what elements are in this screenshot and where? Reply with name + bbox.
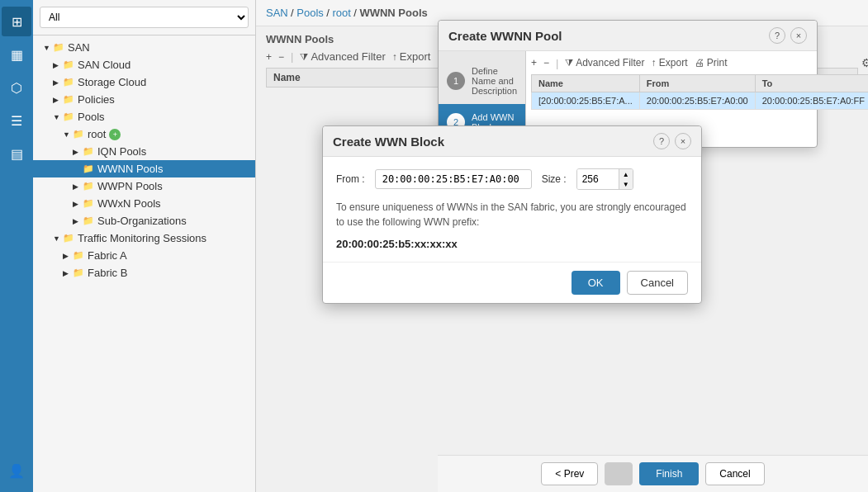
folder-icon: 📁 [73,250,84,261]
folder-icon: 📁 [83,215,94,226]
modal-footer: OK Cancel [323,262,701,303]
modal-wwn-close-button[interactable]: × [675,133,691,149]
wwnn-export-button[interactable]: ↑ Export [652,57,688,69]
tree-item-fabric-a[interactable]: ▶ 📁 Fabric A [33,247,255,264]
size-down-button[interactable]: ▼ [619,179,633,189]
wwnn-filter-button[interactable]: ⧩ Advanced Filter [565,57,644,69]
tree-item-policies[interactable]: ▶ 📁 Policies [33,91,255,108]
folder-icon: 📁 [53,42,64,53]
wwnn-toolbar: + − | ⧩ Advanced Filter ↑ Export 🖨 Print… [531,56,868,69]
main-content: SAN / Pools / root / WWNN Pools WWNN Poo… [256,0,868,492]
network-icon[interactable]: ⬡ [2,73,31,102]
filter-select[interactable]: All [40,7,249,28]
tree-item-label: SAN Cloud [78,59,130,71]
wwnn-col-name: Name [532,75,640,92]
folder-icon: 📁 [83,198,94,209]
tree-content: ▼ 📁 SAN ▶ 📁 SAN Cloud ▶ 📁 Storage Cloud … [33,35,255,492]
tree-item-wwpn-pools[interactable]: ▶ 📁 WWPN Pools [33,177,255,195]
prev-button[interactable]: < Prev [541,462,598,485]
folder-icon: 📁 [73,129,84,140]
modal-wwn-block: Create WWN Block ? × From : Size : ▲ ▼ [322,125,702,304]
finish-button[interactable]: Finish [639,462,699,485]
finish-cancel-button[interactable]: Cancel [705,462,764,485]
tree-item-label: Sub-Organizations [97,215,187,227]
ok-button[interactable]: OK [572,271,620,295]
folder-icon: 📁 [73,267,84,278]
tree-item-storage-cloud[interactable]: ▶ 📁 Storage Cloud [33,73,255,91]
tree-item-label: Pools [78,111,105,123]
server-icon[interactable]: ▦ [2,40,31,69]
list-icon[interactable]: ☰ [2,106,31,135]
table-row[interactable]: [20:00:00:25:B5:E7:A... 20:00:00:25:B5:E… [532,92,868,110]
wwn-from-input[interactable] [375,169,532,189]
wwnn-table: Name From To [20:00:00:25:B5:E7:A... 20:… [531,74,868,110]
breadcrumb-root[interactable]: root [332,7,350,19]
tree-item-san[interactable]: ▼ 📁 SAN [33,39,255,56]
arrow-storage-cloud: ▶ [53,78,63,87]
tree-item-label: WWxN Pools [97,197,161,210]
tree-item-wwnn-pools[interactable]: 📁 WWNN Pools [33,160,255,177]
wwn-info-text: To ensure uniqueness of WWNs in the SAN … [336,200,688,229]
wwnn-print-button[interactable]: 🖨 Print [695,57,728,69]
wwn-from-label: From : [336,173,365,185]
wwnn-col-from: From [639,75,755,92]
arrow-traffic: ▼ [53,234,63,243]
tree-item-label: Fabric A [88,249,127,262]
cancel-button[interactable]: Cancel [627,271,688,295]
next-button [605,462,633,485]
tree-item-wwxn-pools[interactable]: ▶ 📁 WWxN Pools [33,195,255,212]
modal-wwn-block-actions: ? × [653,133,691,149]
wwn-size-label: Size : [542,173,567,185]
finish-bar: < Prev Finish Cancel [438,455,868,492]
arrow-iqn: ▶ [73,148,83,156]
folder-icon: 📁 [83,163,94,174]
modal-wwn-block-title: Create WWN Block [333,135,444,149]
wwnn-gear-button[interactable]: ⚙ [861,56,868,69]
tree-item-root[interactable]: ▼ 📁 root + [33,125,255,143]
size-up-button[interactable]: ▲ [619,169,633,179]
arrow-pools: ▼ [53,113,63,121]
tree-item-label: IQN Pools [97,145,146,158]
wwnn-row-to: 20:00:00:25:B5:E7:A0:FF [755,92,868,110]
arrow-san: ▼ [43,44,53,52]
tree-filter: All [33,0,255,35]
wwnn-add-button[interactable]: + [531,57,537,69]
modal-wwnn-header: Create WWNN Pool ? × [439,21,817,51]
breadcrumb-san[interactable]: SAN [266,7,288,19]
arrow-wwxn: ▶ [73,200,83,208]
size-stepper: ▲ ▼ [576,168,633,190]
size-stepper-arrows: ▲ ▼ [619,169,633,189]
wwnn-row-name: [20:00:00:25:B5:E7:A... [532,92,640,110]
wizard-step-1-num: 1 [447,72,465,90]
storage-icon[interactable]: ▤ [2,139,31,168]
tree-item-label: Storage Cloud [78,76,146,88]
folder-icon: 📁 [63,233,74,244]
add-button[interactable]: + [266,51,272,63]
wwnn-remove-button[interactable]: − [543,57,549,69]
tree-item-label: root [88,128,106,140]
tree-item-traffic[interactable]: ▼ 📁 Traffic Monitoring Sessions [33,229,255,247]
sidebar-icons: ⊞ ▦ ⬡ ☰ ▤ 👤 [0,0,33,492]
tree-item-fabric-b[interactable]: ▶ 📁 Fabric B [33,264,255,281]
tree-panel: All ▼ 📁 SAN ▶ 📁 SAN Cloud ▶ 📁 Storage Cl… [33,0,256,492]
wizard-step-1[interactable]: 1 Define Name and Description [439,58,525,104]
remove-button[interactable]: − [278,51,284,63]
grid-icon[interactable]: ⊞ [2,7,31,36]
tree-item-san-cloud[interactable]: ▶ 📁 SAN Cloud [33,56,255,73]
wwnn-row-from: 20:00:00:25:B5:E7:A0:00 [639,92,755,110]
modal-wwn-block-header: Create WWN Block ? × [323,126,701,157]
modal-wwnn-close-button[interactable]: × [790,27,807,44]
tree-item-pools[interactable]: ▼ 📁 Pools [33,108,255,125]
size-input[interactable] [577,169,619,189]
people-icon[interactable]: 👤 [2,456,31,485]
wwn-from-row: From : Size : ▲ ▼ [336,168,688,190]
modal-wwnn-help-button[interactable]: ? [769,27,785,44]
breadcrumb-pools[interactable]: Pools [296,7,324,19]
export-button[interactable]: ↑ Export [392,50,431,63]
advanced-filter-button[interactable]: ⧩ Advanced Filter [300,50,385,63]
arrow-fabric-a: ▶ [63,252,73,260]
tree-item-iqn-pools[interactable]: ▶ 📁 IQN Pools [33,143,255,160]
modal-wwn-help-button[interactable]: ? [653,133,670,149]
tree-item-sub-orgs[interactable]: ▶ 📁 Sub-Organizations [33,212,255,229]
root-badge: + [109,129,121,140]
